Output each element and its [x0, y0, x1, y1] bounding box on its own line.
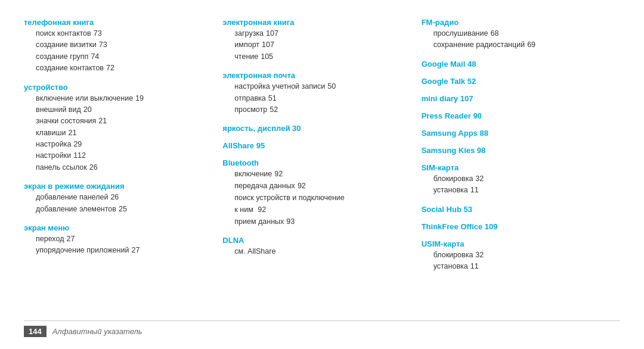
section-title: яркость, дисплей 30	[222, 124, 409, 133]
section-title: ThinkFree Office 109	[422, 222, 608, 231]
list-item: клавиши 21	[24, 127, 210, 139]
index-section: Bluetoothвключение 92передача данных 92п…	[222, 158, 409, 228]
list-item: блокировка 32	[422, 173, 608, 185]
index-section: Samsung Kies 98	[422, 146, 608, 155]
list-item: прослушивание 68	[422, 28, 608, 39]
list-item: см. AllShare	[222, 246, 409, 257]
index-section: электронная почтанастройка учетной запис…	[222, 71, 409, 116]
list-item: создание групп 74	[24, 51, 210, 63]
list-item: переход 27	[24, 233, 210, 245]
item-number: 74	[91, 51, 99, 63]
item-number: 51	[268, 93, 277, 104]
list-item: создание контактов 72	[24, 63, 210, 74]
list-item: включение или выключение 19	[24, 93, 210, 104]
item-text: блокировка	[434, 173, 473, 185]
list-item: поиск устройств и подключениек ним 92	[222, 192, 409, 216]
index-section: экран в режиме ожиданиядобавление панеле…	[24, 182, 210, 215]
item-text: настройки	[36, 150, 71, 161]
item-number: 50	[327, 81, 336, 92]
item-text: включение	[234, 169, 272, 180]
item-text: установка	[434, 185, 468, 196]
item-text: поиск контактов	[36, 28, 91, 39]
item-text: загрузка	[234, 28, 264, 39]
index-section: USIM-картаблокировка 32установка 11	[422, 239, 608, 273]
list-item: создание визитки 73	[24, 39, 210, 51]
item-text: просмотр	[234, 104, 267, 116]
list-item: отправка 51	[222, 93, 409, 104]
item-text: создание контактов	[36, 63, 104, 74]
section-title: устройство	[24, 83, 210, 92]
item-text: прием данных	[234, 216, 284, 228]
list-item: сохранение радиостанций 69	[422, 39, 608, 51]
list-item: просмотр 52	[222, 104, 409, 116]
list-item: внешний вид 20	[24, 104, 210, 116]
section-title: AllShare 95	[222, 141, 409, 150]
item-number: 92	[274, 169, 283, 180]
list-item: значки состояния 21	[24, 116, 210, 127]
list-item: настройка учетной записи 50	[222, 81, 409, 92]
item-number: 52	[270, 104, 278, 116]
item-number: 25	[119, 204, 127, 215]
item-text: упорядочение приложений	[36, 245, 129, 256]
page-number: 144	[24, 326, 47, 337]
index-section: экран менюпереход 27упорядочение приложе…	[24, 223, 210, 257]
list-item: упорядочение приложений 27	[24, 245, 210, 256]
item-number: 27	[66, 233, 75, 245]
item-text: чтение	[234, 51, 258, 63]
item-number: 68	[490, 28, 499, 39]
column-2: электронная книгазагрузка 107импорт 107ч…	[222, 18, 421, 318]
section-title: экран меню	[24, 223, 210, 232]
item-text: см. AllShare	[234, 246, 275, 257]
index-columns: телефонная книгапоиск контактов 73создан…	[24, 18, 620, 318]
item-text: прослушивание	[434, 28, 488, 39]
section-title: электронная книга	[222, 18, 409, 27]
index-section: яркость, дисплей 30	[222, 124, 409, 133]
item-number: 107	[266, 28, 278, 39]
section-title: Press Reader 90	[422, 111, 608, 120]
item-number: 93	[286, 216, 295, 228]
item-number: 32	[475, 173, 484, 185]
section-title: FM-радио	[422, 18, 608, 27]
item-number: 112	[73, 150, 86, 161]
item-text: клавиши	[36, 127, 66, 139]
index-section: SIM-картаблокировка 32установка 11	[422, 163, 608, 197]
item-number: 11	[470, 185, 479, 196]
item-text: панель ссылок	[36, 162, 87, 173]
section-title: Google Mail 48	[422, 60, 608, 68]
section-title: Social Hub 53	[422, 205, 608, 214]
item-number: 105	[261, 51, 273, 63]
page: телефонная книгапоиск контактов 73создан…	[0, 0, 644, 349]
column-3: FM-радиопрослушивание 68сохранение радио…	[422, 18, 620, 318]
index-section: электронная книгазагрузка 107импорт 107ч…	[222, 18, 409, 63]
item-text: переход	[36, 233, 64, 245]
index-section: mini diary 107	[422, 94, 608, 103]
index-section: FM-радиопрослушивание 68сохранение радио…	[422, 18, 608, 51]
item-number: 27	[131, 245, 140, 256]
item-text: создание визитки	[36, 39, 97, 51]
item-number: 19	[135, 93, 144, 104]
footer-label: Алфавитный указатель	[52, 327, 143, 336]
list-item: включение 92	[222, 169, 409, 180]
item-text: значки состояния	[36, 116, 96, 127]
item-number: 11	[470, 261, 479, 272]
index-section: ThinkFree Office 109	[422, 222, 608, 231]
list-item: прием данных 93	[222, 216, 409, 228]
item-number: 26	[89, 162, 98, 173]
index-section: Google Talk 52	[422, 77, 608, 86]
item-text: внешний вид	[36, 104, 81, 116]
item-number: 29	[73, 139, 82, 150]
item-text: добавление элементов	[36, 204, 116, 215]
index-section: DLNAсм. AllShare	[222, 236, 409, 257]
section-title: Bluetooth	[222, 158, 409, 167]
item-text: импорт	[234, 39, 259, 51]
index-section: Press Reader 90	[422, 111, 608, 120]
section-title: Samsung Apps 88	[422, 129, 608, 138]
item-text: установка	[434, 261, 468, 272]
item-text: сохранение радиостанций	[434, 39, 525, 51]
item-number: 73	[94, 28, 102, 39]
page-footer: 144 Алфавитный указатель	[24, 320, 620, 337]
list-item: добавление панелей 26	[24, 192, 210, 203]
item-text: передача данных	[234, 180, 295, 192]
list-item: настройка 29	[24, 139, 210, 150]
item-text: создание групп	[36, 51, 88, 63]
